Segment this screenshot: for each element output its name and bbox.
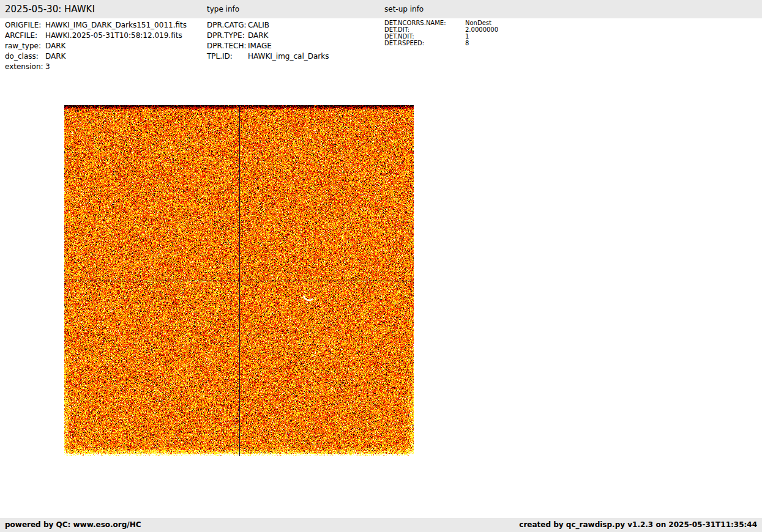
extension-label: extension: (5, 62, 45, 72)
meta-row-arcfile: ARCFILE:HAWKI.2025-05-31T10:58:12.019.fi… (5, 31, 187, 41)
doclass-value: DARK (45, 52, 65, 61)
dpr-catg-label: DPR.CATG: (207, 20, 248, 31)
histogram-detail-plot (526, 61, 747, 171)
meta-row-rawtype: raw_type:DARK (5, 41, 187, 51)
dpr-type-value: DARK (248, 31, 268, 40)
extension-value: 3 (45, 62, 50, 71)
dark-frame-axes (24, 98, 441, 495)
meta-row-tpl-id: TPL.ID:HAWKI_img_cal_Darks (207, 51, 329, 62)
dark-frame-image-plot (24, 98, 441, 495)
footer-powered-by: powered by QC: www.eso.org/HC (5, 520, 141, 529)
arcfile-label: ARCFILE: (5, 31, 45, 41)
top-header-bar (0, 0, 762, 18)
setup-info-heading: set-up info (384, 5, 424, 13)
doclass-label: do_class: (5, 51, 45, 62)
meta-row-dpr-catg: DPR.CATG:CALIB (207, 20, 329, 31)
dpr-tech-label: DPR.TECH: (207, 41, 248, 51)
meta-row-dpr-tech: DPR.TECH:IMAGE (207, 41, 329, 51)
page-title: 2025-05-30: HAWKI (5, 4, 95, 15)
rawtype-value: DARK (45, 42, 65, 50)
dpr-type-label: DPR.TYPE: (207, 31, 248, 41)
dpr-catg-value: CALIB (248, 21, 269, 29)
dit-label: DET.DIT: (384, 26, 465, 33)
dpr-tech-value: IMAGE (248, 42, 272, 50)
origfile-value: HAWKI_IMG_DARK_Darks151_0011.fits (45, 21, 187, 29)
file-metadata-block: ORIGFILE:HAWKI_IMG_DARK_Darks151_0011.fi… (5, 20, 187, 72)
meta-row-doclass: do_class:DARK (5, 51, 187, 62)
tpl-id-value: HAWKI_img_cal_Darks (248, 52, 329, 61)
meta-row-dpr-type: DPR.TYPE:DARK (207, 31, 329, 41)
histogram-full-plot (526, 166, 747, 276)
type-info-heading: type info (207, 5, 239, 13)
ndit-value: 1 (465, 33, 469, 40)
qc-report-page: 2025-05-30: HAWKI type info set-up info … (0, 0, 762, 532)
rawtype-label: raw_type: (5, 41, 45, 51)
type-info-block: DPR.CATG:CALIB DPR.TYPE:DARK DPR.TECH:IM… (207, 20, 329, 62)
meta-row-extension: extension:3 (5, 62, 187, 72)
colorbar-gradient (422, 61, 496, 504)
meta-row-ncorrs: DET.NCORRS.NAME:NonDest (384, 20, 498, 26)
dit-value: 2.0000000 (465, 26, 498, 33)
meta-row-dit: DET.DIT:2.0000000 (384, 26, 498, 33)
meta-row-rspeed: DET.RSPEED:8 (384, 40, 498, 46)
colorbar (422, 61, 496, 504)
meta-row-origfile: ORIGFILE:HAWKI_IMG_DARK_Darks151_0011.fi… (5, 20, 187, 31)
arcfile-value: HAWKI.2025-05-31T10:58:12.019.fits (45, 31, 182, 40)
setup-info-block: DET.NCORRS.NAME:NonDest DET.DIT:2.000000… (384, 20, 498, 46)
ncorrs-label: DET.NCORRS.NAME: (384, 20, 465, 26)
cut-in-y-plot (526, 412, 747, 532)
meta-row-ndit: DET.NDIT:1 (384, 33, 498, 40)
rspeed-value: 8 (465, 40, 469, 46)
footer-created-by: created by qc_rawdisp.py v1.2.3 on 2025-… (519, 520, 757, 529)
ndit-label: DET.NDIT: (384, 33, 465, 40)
origfile-label: ORIGFILE: (5, 20, 45, 31)
ncorrs-value: NonDest (465, 20, 491, 26)
tpl-id-label: TPL.ID: (207, 51, 248, 62)
rspeed-label: DET.RSPEED: (384, 40, 465, 46)
